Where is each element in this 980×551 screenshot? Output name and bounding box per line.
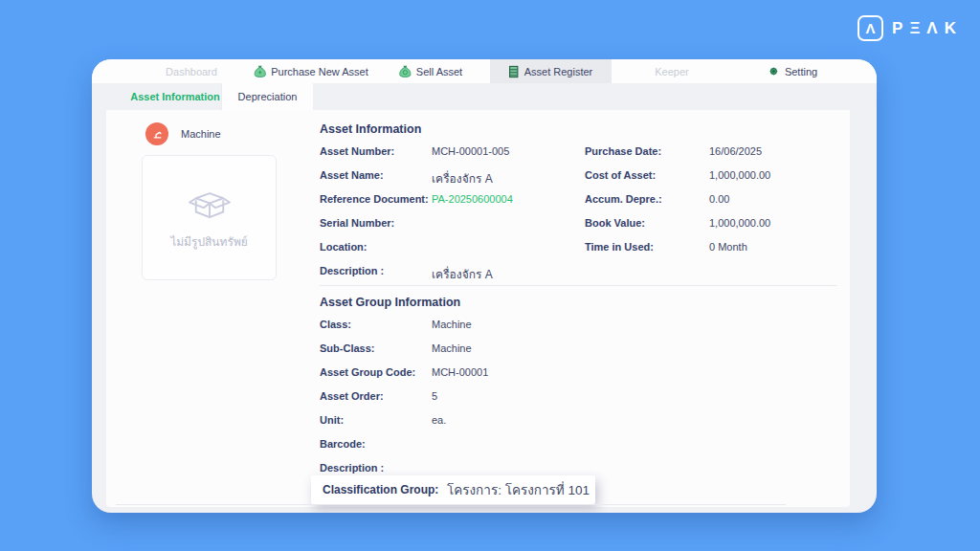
nav-item-purchase-new-asset[interactable]: Purchase New Asset <box>254 59 368 83</box>
nav-label-dashboard: Dashboard <box>166 66 217 77</box>
empty-box-icon <box>188 185 232 225</box>
field-label: Purchase Date: <box>585 145 709 157</box>
field-value: 1,000,000.00 <box>709 217 770 229</box>
field-barcode: Barcode: <box>320 438 592 462</box>
nav-label-sell-asset: Sell Asset <box>416 66 462 77</box>
field-label: Barcode: <box>320 438 432 450</box>
field-label: Cost of Asset: <box>585 169 709 181</box>
top-navbar: Dashboard Purchase New Asset Sell As <box>92 59 877 83</box>
field-label: Asset Group Code: <box>320 366 432 378</box>
field-value: 1,000,000.00 <box>709 169 770 181</box>
nav-label-asset-register: Asset Register <box>524 66 593 77</box>
peak-logo-mark-glyph: Λ <box>866 21 876 35</box>
field-label: Unit: <box>320 414 432 426</box>
field-asset-group-code: Asset Group Code: MCH-00001 <box>320 366 592 390</box>
field-value: Machine <box>432 319 472 330</box>
content-panel: Machine ไม่มีรูปสินทรัพย์ Asset Informat… <box>106 110 850 507</box>
field-label: Asset Order: <box>320 390 432 402</box>
field-label: Asset Name: <box>320 169 432 181</box>
classification-group-value: โครงการ: โครงการที่ 101 <box>447 479 590 500</box>
section-divider <box>320 285 837 286</box>
field-label: Time in Used: <box>585 241 709 253</box>
ledger-icon <box>508 65 520 78</box>
nav-item-setting[interactable]: Setting <box>768 59 817 83</box>
field-label: Location: <box>320 241 432 253</box>
asset-group-column: Class: Machine Sub-Class: Machine Asset … <box>320 319 592 486</box>
nav-item-keeper[interactable]: Keeper <box>655 59 688 83</box>
section-title-asset-group: Asset Group Information <box>320 296 460 309</box>
nav-label-keeper: Keeper <box>655 66 688 77</box>
peak-logo-mark-icon: Λ <box>858 15 883 41</box>
classification-group-highlight: Classification Group: โครงการ: โครงการที… <box>311 475 595 504</box>
asset-info-right-column: Purchase Date: 16/06/2025 Cost of Asset:… <box>585 145 843 265</box>
field-value: 0.00 <box>709 193 729 205</box>
field-asset-name: Asset Name: เครื่องจักร A <box>320 169 592 193</box>
bottom-divider <box>116 504 786 505</box>
classification-group-label: Classification Group: <box>323 483 447 496</box>
field-value: MCH-00001-005 <box>432 145 509 157</box>
field-value: ea. <box>432 414 446 426</box>
tab-depreciation-label: Depreciation <box>238 91 298 102</box>
field-cost-of-asset: Cost of Asset: 1,000,000.00 <box>585 169 843 193</box>
field-time-in-used: Time in Used: 0 Month <box>585 241 843 265</box>
asset-image-placeholder: ไม่มีรูปสินทรัพย์ <box>142 155 277 280</box>
subtab-row: Asset Information Depreciation <box>92 83 877 110</box>
no-image-text: ไม่มีรูปสินทรัพย์ <box>170 232 248 251</box>
tab-asset-information[interactable]: Asset Information <box>129 83 221 110</box>
asset-info-left-column: Asset Number: MCH-00001-005 Asset Name: … <box>320 145 592 289</box>
field-sub-class: Sub-Class: Machine <box>320 342 592 366</box>
field-serial-number: Serial Number: <box>320 217 592 241</box>
machine-category-icon <box>145 122 168 145</box>
field-label: Reference Document: <box>320 193 432 205</box>
money-bag-icon <box>399 65 412 78</box>
field-value: MCH-00001 <box>432 366 488 378</box>
field-label: Accum. Depre.: <box>585 193 709 205</box>
field-label: Asset Number: <box>320 145 432 157</box>
field-value: เครื่องจักร A <box>432 265 493 283</box>
money-bag-icon <box>254 65 266 78</box>
nav-label-setting: Setting <box>785 66 817 77</box>
reference-document-link[interactable]: PA-20250600004 <box>432 193 513 205</box>
nav-item-dashboard[interactable]: Dashboard <box>166 59 217 83</box>
field-label: Book Value: <box>585 217 709 229</box>
field-location: Location: <box>320 241 592 265</box>
field-unit: Unit: ea. <box>320 414 592 438</box>
field-value: 5 <box>432 390 437 402</box>
field-label: Serial Number: <box>320 217 432 229</box>
main-window: Dashboard Purchase New Asset Sell As <box>92 59 877 513</box>
field-value: Machine <box>432 342 472 354</box>
field-label: Sub-Class: <box>320 342 432 354</box>
field-value: เครื่องจักร A <box>432 169 493 187</box>
asset-category-label: Machine <box>181 128 221 140</box>
peak-logo: Λ PΞΛK <box>858 15 963 41</box>
nav-label-purchase-new-asset: Purchase New Asset <box>271 66 368 77</box>
tab-asset-information-label: Asset Information <box>130 91 220 102</box>
field-label: Class: <box>320 319 432 330</box>
section-title-asset-information: Asset Information <box>320 122 421 136</box>
nav-item-asset-register[interactable]: Asset Register <box>508 59 593 83</box>
field-purchase-date: Purchase Date: 16/06/2025 <box>585 145 843 169</box>
field-asset-number: Asset Number: MCH-00001-005 <box>320 145 592 169</box>
nav-item-sell-asset[interactable]: Sell Asset <box>399 59 462 83</box>
field-accum-depre: Accum. Depre.: 0.00 <box>585 193 843 217</box>
field-book-value: Book Value: 1,000,000.00 <box>585 217 843 241</box>
field-asset-order: Asset Order: 5 <box>320 390 592 414</box>
field-class: Class: Machine <box>320 319 592 342</box>
tab-depreciation[interactable]: Depreciation <box>221 83 313 110</box>
field-reference-document: Reference Document: PA-20250600004 <box>320 193 592 217</box>
asset-category: Machine <box>145 122 221 145</box>
field-value: 0 Month <box>709 241 747 253</box>
peak-logo-letters: PΞΛK <box>892 19 963 38</box>
field-value: 16/06/2025 <box>709 145 762 157</box>
field-label: Description : <box>320 265 432 276</box>
gear-icon <box>768 65 780 77</box>
field-label: Description : <box>320 462 432 474</box>
